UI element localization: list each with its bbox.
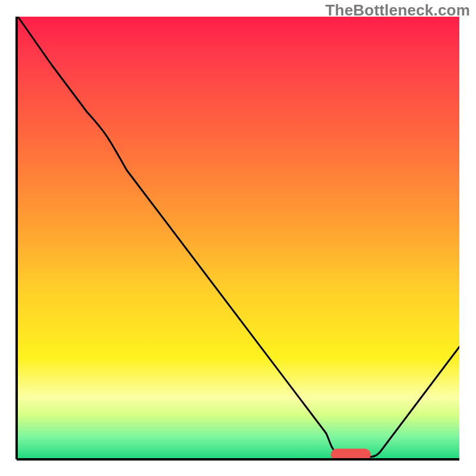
line-curve: [17, 17, 459, 459]
plot-area: [17, 17, 459, 459]
watermark-text: TheBottleneck.com: [325, 1, 470, 20]
chart-root: TheBottleneck.com: [0, 0, 476, 476]
bottleneck-curve-path: [18, 17, 459, 457]
optimal-range-marker: [331, 449, 371, 459]
